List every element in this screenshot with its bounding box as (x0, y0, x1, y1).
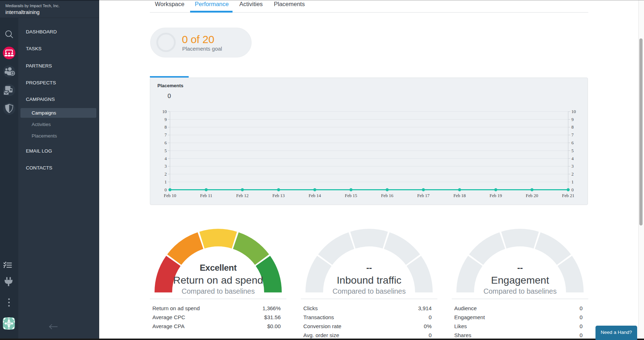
svg-text:2: 2 (571, 172, 574, 177)
svg-text:Feb 10: Feb 10 (164, 193, 176, 198)
svg-text:5: 5 (165, 148, 167, 153)
svg-text:Feb 12: Feb 12 (236, 193, 248, 198)
svg-text:9: 9 (571, 117, 574, 122)
svg-text:10: 10 (162, 109, 167, 114)
svg-text:10: 10 (571, 109, 576, 114)
svg-text:4: 4 (571, 156, 574, 161)
svg-text:Feb 14: Feb 14 (309, 193, 321, 198)
svg-text:8: 8 (571, 125, 574, 130)
svg-text:Feb 16: Feb 16 (381, 193, 393, 198)
svg-text:Feb 13: Feb 13 (272, 193, 285, 198)
svg-text:9: 9 (165, 117, 167, 122)
svg-text:2: 2 (165, 172, 167, 177)
svg-text:Feb 18: Feb 18 (454, 193, 466, 198)
svg-text:7: 7 (165, 132, 167, 138)
svg-text:7: 7 (571, 132, 574, 138)
svg-text:3: 3 (165, 164, 167, 169)
svg-text:8: 8 (165, 125, 167, 130)
svg-text:0: 0 (571, 187, 574, 192)
svg-text:6: 6 (165, 140, 167, 145)
svg-text:1: 1 (165, 180, 167, 185)
svg-text:Feb 20: Feb 20 (526, 193, 538, 198)
svg-text:Feb 15: Feb 15 (345, 193, 357, 198)
svg-text:1: 1 (571, 180, 574, 185)
svg-text:5: 5 (571, 148, 574, 153)
svg-text:4: 4 (165, 156, 167, 161)
svg-text:6: 6 (571, 140, 574, 145)
svg-text:Feb 11: Feb 11 (200, 193, 212, 198)
svg-text:Feb 21: Feb 21 (562, 193, 574, 198)
svg-text:3: 3 (571, 164, 574, 169)
svg-text:0: 0 (165, 187, 167, 192)
svg-text:Feb 17: Feb 17 (417, 193, 429, 198)
svg-text:Feb 19: Feb 19 (489, 193, 502, 198)
